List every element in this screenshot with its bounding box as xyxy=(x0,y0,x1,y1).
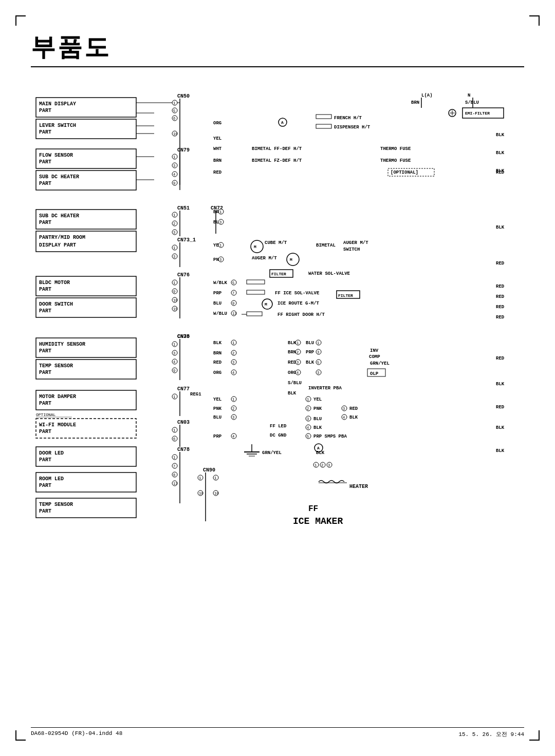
footer-left: DA68-02954D (FR)-04.indd 48 xyxy=(31,730,122,738)
svg-text:2: 2 xyxy=(297,350,299,354)
svg-text:2: 2 xyxy=(321,463,323,467)
svg-text:WHT: WHT xyxy=(213,146,222,152)
svg-text:RED: RED xyxy=(496,305,505,310)
svg-text:REG1: REG1 xyxy=(190,392,201,397)
svg-text:OLP: OLP xyxy=(370,371,379,376)
svg-text:BRN: BRN xyxy=(213,158,221,163)
svg-text:L(A): L(A) xyxy=(421,93,433,98)
svg-text:MOTOR DAMPER: MOTOR DAMPER xyxy=(39,394,76,400)
footer-right: 15. 5. 26. 오전 9:44 xyxy=(458,730,524,738)
corner-mark-tr xyxy=(529,15,540,26)
svg-text:ORG: ORG xyxy=(288,370,296,375)
svg-text:DISPENSER H/T: DISPENSER H/T xyxy=(334,125,371,130)
svg-text:1: 1 xyxy=(173,428,175,432)
svg-rect-27 xyxy=(36,360,136,379)
svg-text:3: 3 xyxy=(297,361,299,365)
svg-text:4: 4 xyxy=(173,360,175,364)
svg-text:RED: RED xyxy=(496,315,505,320)
svg-text:FF ICE SOL-VALVE: FF ICE SOL-VALVE xyxy=(275,291,320,296)
svg-text:DC GND: DC GND xyxy=(270,433,287,438)
svg-rect-149 xyxy=(316,115,331,119)
svg-text:10: 10 xyxy=(199,492,203,496)
svg-text:RED: RED xyxy=(496,405,505,410)
svg-text:W/BLU: W/BLU xyxy=(213,311,227,316)
svg-text:PNK: PNK xyxy=(313,406,322,411)
svg-text:PRP: PRP xyxy=(306,350,314,355)
svg-text:PART: PART xyxy=(39,483,51,488)
svg-rect-208 xyxy=(247,290,265,294)
svg-text:RED: RED xyxy=(496,170,505,175)
svg-text:1: 1 xyxy=(219,243,221,248)
svg-text:1: 1 xyxy=(214,476,216,480)
svg-text:3: 3 xyxy=(173,231,175,235)
svg-text:3: 3 xyxy=(307,417,309,421)
svg-text:PART: PART xyxy=(39,370,51,375)
svg-text:TEMP SENSOR: TEMP SENSOR xyxy=(39,363,73,369)
svg-text:A: A xyxy=(281,120,284,125)
svg-text:3: 3 xyxy=(328,463,330,467)
svg-text:CN78: CN78 xyxy=(177,447,190,452)
svg-text:GRN/YEL: GRN/YEL xyxy=(262,450,282,456)
svg-text:PART: PART xyxy=(39,159,51,165)
svg-text:INV: INV xyxy=(370,348,379,353)
svg-rect-3 xyxy=(36,119,136,139)
svg-text:GRN/YEL: GRN/YEL xyxy=(370,361,390,366)
svg-text:W/BLK: W/BLK xyxy=(213,280,228,286)
svg-text:3: 3 xyxy=(232,415,234,420)
svg-text:BLK: BLK xyxy=(306,360,314,365)
svg-rect-30 xyxy=(36,390,136,410)
svg-text:RED: RED xyxy=(213,170,222,175)
svg-text:BRN: BRN xyxy=(213,351,221,356)
svg-text:1: 1 xyxy=(199,476,201,480)
svg-text:BLK: BLK xyxy=(496,382,505,387)
svg-text:BLK: BLK xyxy=(213,341,222,346)
corner-mark-br xyxy=(529,730,540,741)
svg-text:3: 3 xyxy=(173,164,175,168)
svg-text:1: 1 xyxy=(173,281,175,285)
svg-text:AUGER M/T: AUGER M/T xyxy=(252,256,277,261)
svg-text:HUMIDITY SENSOR: HUMIDITY SENSOR xyxy=(39,342,85,347)
svg-text:ICE MAKER: ICE MAKER xyxy=(293,516,343,526)
svg-text:PART: PART xyxy=(39,287,51,292)
svg-text:BLK: BLK xyxy=(496,425,505,430)
svg-text:FILTER: FILTER xyxy=(271,272,286,276)
svg-text:CN50: CN50 xyxy=(177,93,190,99)
svg-rect-0 xyxy=(36,98,136,117)
svg-text:BLU: BLU xyxy=(213,415,221,420)
svg-text:S/BLU: S/BLU xyxy=(288,381,302,386)
svg-text:SUB DC HEATER: SUB DC HEATER xyxy=(39,174,79,180)
svg-text:5: 5 xyxy=(317,361,319,365)
svg-text:FLOW SENSOR: FLOW SENSOR xyxy=(39,153,73,158)
svg-text:2: 2 xyxy=(232,351,234,355)
svg-text:BLU: BLU xyxy=(213,301,221,306)
corner-mark-tl xyxy=(15,15,26,26)
svg-text:BLDC MOTOR: BLDC MOTOR xyxy=(39,280,70,286)
svg-text:1: 1 xyxy=(173,213,175,217)
svg-point-214 xyxy=(262,299,272,309)
svg-text:10: 10 xyxy=(214,492,218,496)
svg-text:HEATER: HEATER xyxy=(349,484,368,489)
svg-text:10: 10 xyxy=(173,132,177,136)
page-title: 부품도 xyxy=(31,31,524,67)
svg-text:5: 5 xyxy=(307,434,309,439)
svg-text:9: 9 xyxy=(173,290,175,294)
svg-rect-41 xyxy=(36,472,136,492)
svg-text:PART: PART xyxy=(39,508,51,514)
svg-text:5: 5 xyxy=(232,281,234,285)
svg-rect-18 xyxy=(36,276,136,296)
svg-text:2: 2 xyxy=(232,407,234,411)
svg-text:BIMETAL: BIMETAL xyxy=(316,243,336,248)
svg-text:BLK: BLK xyxy=(349,415,358,420)
svg-text:BLK: BLK xyxy=(313,425,322,430)
svg-text:PART: PART xyxy=(39,108,51,114)
svg-text:2: 2 xyxy=(173,222,175,226)
svg-text:ORG: ORG xyxy=(213,370,221,375)
svg-text:TEMP SENSOR: TEMP SENSOR xyxy=(39,502,73,507)
svg-text:M: M xyxy=(265,302,267,307)
svg-text:BLU: BLU xyxy=(313,417,322,422)
svg-text:PRP  SMPS PBA: PRP SMPS PBA xyxy=(313,434,347,439)
svg-text:BIMETAL  FF-DEF H/T: BIMETAL FF-DEF H/T xyxy=(252,146,302,152)
svg-text:PNK: PNK xyxy=(213,406,222,411)
svg-text:YEL: YEL xyxy=(313,397,322,402)
svg-text:CN76: CN76 xyxy=(177,272,190,278)
